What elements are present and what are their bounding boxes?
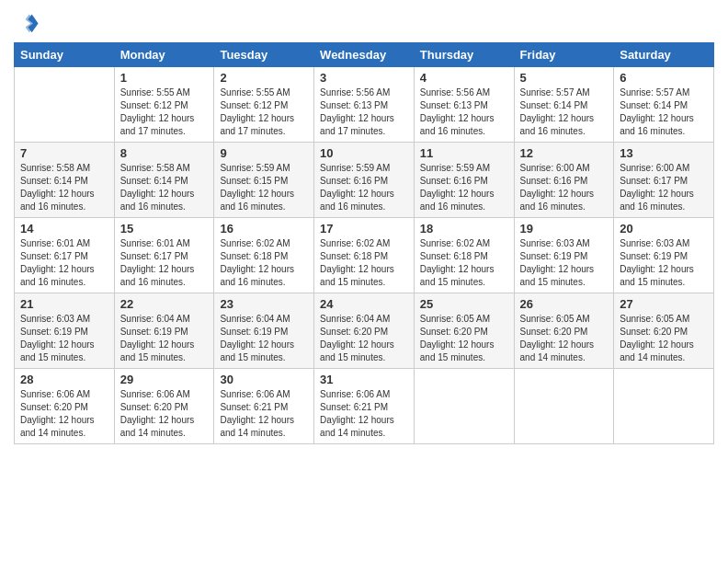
calendar-cell: 16Sunrise: 6:02 AMSunset: 6:18 PMDayligh… bbox=[214, 218, 314, 293]
header bbox=[14, 9, 714, 35]
calendar-cell: 18Sunrise: 6:02 AMSunset: 6:18 PMDayligh… bbox=[414, 218, 514, 293]
day-number: 12 bbox=[520, 146, 609, 160]
day-number: 1 bbox=[120, 71, 209, 85]
cell-info: Sunrise: 6:00 AMSunset: 6:16 PMDaylight:… bbox=[520, 162, 609, 213]
cell-info: Sunrise: 5:58 AMSunset: 6:14 PMDaylight:… bbox=[120, 162, 209, 213]
calendar-cell: 23Sunrise: 6:04 AMSunset: 6:19 PMDayligh… bbox=[214, 293, 314, 369]
header-friday: Friday bbox=[514, 43, 614, 67]
calendar-cell: 11Sunrise: 5:59 AMSunset: 6:16 PMDayligh… bbox=[414, 143, 514, 218]
calendar-cell: 12Sunrise: 6:00 AMSunset: 6:16 PMDayligh… bbox=[514, 143, 614, 218]
calendar-cell: 24Sunrise: 6:04 AMSunset: 6:20 PMDayligh… bbox=[314, 293, 415, 369]
calendar-cell: 31Sunrise: 6:06 AMSunset: 6:21 PMDayligh… bbox=[314, 369, 415, 444]
cell-info: Sunrise: 5:58 AMSunset: 6:14 PMDaylight:… bbox=[20, 162, 108, 213]
day-number: 9 bbox=[220, 146, 308, 160]
cell-info: Sunrise: 5:55 AMSunset: 6:12 PMDaylight:… bbox=[120, 86, 209, 138]
day-number: 19 bbox=[520, 222, 609, 236]
page: Sunday Monday Tuesday Wednesday Thursday… bbox=[0, 0, 728, 563]
calendar-cell: 29Sunrise: 6:06 AMSunset: 6:20 PMDayligh… bbox=[114, 369, 214, 444]
calendar-cell: 9Sunrise: 5:59 AMSunset: 6:15 PMDaylight… bbox=[214, 143, 314, 218]
header-wednesday: Wednesday bbox=[314, 43, 415, 67]
logo bbox=[14, 9, 43, 35]
day-number: 26 bbox=[520, 297, 609, 311]
calendar-cell: 5Sunrise: 5:57 AMSunset: 6:14 PMDaylight… bbox=[514, 67, 614, 143]
day-number: 31 bbox=[320, 373, 408, 386]
day-number: 5 bbox=[520, 71, 609, 85]
day-number: 23 bbox=[220, 297, 308, 311]
cell-info: Sunrise: 6:02 AMSunset: 6:18 PMDaylight:… bbox=[320, 237, 408, 289]
day-number: 30 bbox=[220, 373, 308, 386]
calendar-cell bbox=[414, 369, 514, 444]
cell-info: Sunrise: 6:02 AMSunset: 6:18 PMDaylight:… bbox=[420, 237, 508, 289]
calendar-row: 21Sunrise: 6:03 AMSunset: 6:19 PMDayligh… bbox=[15, 293, 714, 369]
cell-info: Sunrise: 5:56 AMSunset: 6:13 PMDaylight:… bbox=[420, 86, 508, 138]
day-number: 14 bbox=[20, 222, 108, 236]
cell-info: Sunrise: 6:03 AMSunset: 6:19 PMDaylight:… bbox=[620, 237, 708, 289]
calendar-row: 7Sunrise: 5:58 AMSunset: 6:14 PMDaylight… bbox=[15, 143, 714, 218]
cell-info: Sunrise: 6:03 AMSunset: 6:19 PMDaylight:… bbox=[20, 313, 108, 364]
cell-info: Sunrise: 6:04 AMSunset: 6:19 PMDaylight:… bbox=[220, 313, 308, 364]
day-number: 4 bbox=[420, 71, 508, 85]
calendar-table: Sunday Monday Tuesday Wednesday Thursday… bbox=[14, 42, 714, 444]
calendar-cell: 20Sunrise: 6:03 AMSunset: 6:19 PMDayligh… bbox=[614, 218, 714, 293]
calendar-cell: 15Sunrise: 6:01 AMSunset: 6:17 PMDayligh… bbox=[114, 218, 214, 293]
day-number: 24 bbox=[320, 297, 408, 311]
day-number: 3 bbox=[320, 71, 408, 85]
calendar-cell: 27Sunrise: 6:05 AMSunset: 6:20 PMDayligh… bbox=[614, 293, 714, 369]
cell-info: Sunrise: 5:57 AMSunset: 6:14 PMDaylight:… bbox=[520, 86, 609, 138]
calendar-cell bbox=[15, 67, 115, 143]
calendar-cell: 19Sunrise: 6:03 AMSunset: 6:19 PMDayligh… bbox=[514, 218, 614, 293]
day-number: 16 bbox=[220, 222, 308, 236]
logo-icon bbox=[14, 9, 40, 35]
day-number: 20 bbox=[620, 222, 708, 236]
cell-info: Sunrise: 6:06 AMSunset: 6:21 PMDaylight:… bbox=[220, 388, 308, 440]
day-number: 2 bbox=[220, 71, 308, 85]
cell-info: Sunrise: 6:05 AMSunset: 6:20 PMDaylight:… bbox=[420, 313, 508, 364]
calendar-row: 28Sunrise: 6:06 AMSunset: 6:20 PMDayligh… bbox=[15, 369, 714, 444]
calendar-cell: 2Sunrise: 5:55 AMSunset: 6:12 PMDaylight… bbox=[214, 67, 314, 143]
cell-info: Sunrise: 6:01 AMSunset: 6:17 PMDaylight:… bbox=[20, 237, 108, 289]
calendar-row: 1Sunrise: 5:55 AMSunset: 6:12 PMDaylight… bbox=[15, 67, 714, 143]
day-number: 18 bbox=[420, 222, 508, 236]
cell-info: Sunrise: 6:06 AMSunset: 6:20 PMDaylight:… bbox=[120, 388, 209, 440]
calendar-cell bbox=[514, 369, 614, 444]
header-thursday: Thursday bbox=[414, 43, 514, 67]
calendar-cell: 28Sunrise: 6:06 AMSunset: 6:20 PMDayligh… bbox=[15, 369, 115, 444]
calendar-cell: 14Sunrise: 6:01 AMSunset: 6:17 PMDayligh… bbox=[15, 218, 115, 293]
cell-info: Sunrise: 5:55 AMSunset: 6:12 PMDaylight:… bbox=[220, 86, 308, 138]
cell-info: Sunrise: 5:59 AMSunset: 6:16 PMDaylight:… bbox=[320, 162, 408, 213]
header-monday: Monday bbox=[114, 43, 214, 67]
cell-info: Sunrise: 6:06 AMSunset: 6:20 PMDaylight:… bbox=[20, 388, 108, 440]
cell-info: Sunrise: 6:04 AMSunset: 6:19 PMDaylight:… bbox=[120, 313, 209, 364]
calendar-cell: 3Sunrise: 5:56 AMSunset: 6:13 PMDaylight… bbox=[314, 67, 415, 143]
day-number: 28 bbox=[20, 373, 108, 386]
calendar-cell: 7Sunrise: 5:58 AMSunset: 6:14 PMDaylight… bbox=[15, 143, 115, 218]
calendar-cell: 30Sunrise: 6:06 AMSunset: 6:21 PMDayligh… bbox=[214, 369, 314, 444]
calendar-cell: 10Sunrise: 5:59 AMSunset: 6:16 PMDayligh… bbox=[314, 143, 415, 218]
header-tuesday: Tuesday bbox=[214, 43, 314, 67]
calendar-cell bbox=[614, 369, 714, 444]
header-sunday: Sunday bbox=[15, 43, 115, 67]
calendar-cell: 21Sunrise: 6:03 AMSunset: 6:19 PMDayligh… bbox=[15, 293, 115, 369]
cell-info: Sunrise: 6:00 AMSunset: 6:17 PMDaylight:… bbox=[620, 162, 708, 213]
day-number: 13 bbox=[620, 146, 708, 160]
calendar-cell: 8Sunrise: 5:58 AMSunset: 6:14 PMDaylight… bbox=[114, 143, 214, 218]
cell-info: Sunrise: 6:06 AMSunset: 6:21 PMDaylight:… bbox=[320, 388, 408, 440]
cell-info: Sunrise: 5:56 AMSunset: 6:13 PMDaylight:… bbox=[320, 86, 408, 138]
cell-info: Sunrise: 6:01 AMSunset: 6:17 PMDaylight:… bbox=[120, 237, 209, 289]
calendar-row: 14Sunrise: 6:01 AMSunset: 6:17 PMDayligh… bbox=[15, 218, 714, 293]
day-number: 10 bbox=[320, 146, 408, 160]
day-number: 22 bbox=[120, 297, 209, 311]
day-number: 27 bbox=[620, 297, 708, 311]
calendar-cell: 26Sunrise: 6:05 AMSunset: 6:20 PMDayligh… bbox=[514, 293, 614, 369]
weekday-header-row: Sunday Monday Tuesday Wednesday Thursday… bbox=[15, 43, 714, 67]
day-number: 25 bbox=[420, 297, 508, 311]
cell-info: Sunrise: 6:02 AMSunset: 6:18 PMDaylight:… bbox=[220, 237, 308, 289]
calendar-cell: 25Sunrise: 6:05 AMSunset: 6:20 PMDayligh… bbox=[414, 293, 514, 369]
calendar-cell: 1Sunrise: 5:55 AMSunset: 6:12 PMDaylight… bbox=[114, 67, 214, 143]
day-number: 17 bbox=[320, 222, 408, 236]
day-number: 29 bbox=[120, 373, 209, 386]
day-number: 6 bbox=[620, 71, 708, 85]
day-number: 15 bbox=[120, 222, 209, 236]
day-number: 7 bbox=[20, 146, 108, 160]
cell-info: Sunrise: 6:05 AMSunset: 6:20 PMDaylight:… bbox=[520, 313, 609, 364]
